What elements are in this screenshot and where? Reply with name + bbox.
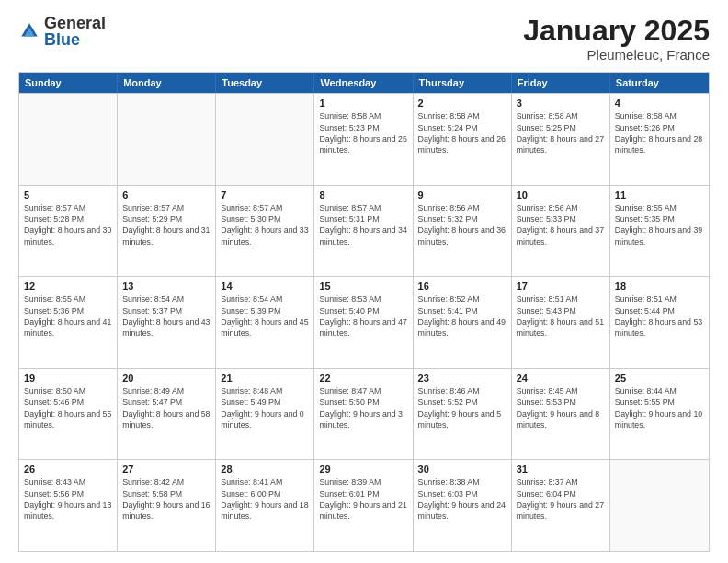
day-cell: 23Sunrise: 8:46 AMSunset: 5:52 PMDayligh… xyxy=(414,369,512,460)
day-cell: 6Sunrise: 8:57 AMSunset: 5:29 PMDaylight… xyxy=(118,186,216,277)
day-number: 12 xyxy=(24,281,112,292)
day-info: Sunrise: 8:48 AMSunset: 5:49 PMDaylight:… xyxy=(221,385,309,431)
logo-general: General xyxy=(44,15,106,31)
day-info: Sunrise: 8:51 AMSunset: 5:44 PMDaylight:… xyxy=(615,293,704,339)
day-header-sunday: Sunday xyxy=(19,73,118,93)
day-number: 4 xyxy=(615,98,704,109)
day-info: Sunrise: 8:52 AMSunset: 5:41 PMDaylight:… xyxy=(418,293,506,339)
day-header-tuesday: Tuesday xyxy=(216,73,314,93)
day-cell: 20Sunrise: 8:49 AMSunset: 5:47 PMDayligh… xyxy=(118,369,216,460)
month-title: January 2025 xyxy=(523,15,710,47)
day-cell: 28Sunrise: 8:41 AMSunset: 6:00 PMDayligh… xyxy=(216,460,314,551)
day-cell: 26Sunrise: 8:43 AMSunset: 5:56 PMDayligh… xyxy=(19,460,118,551)
day-number: 2 xyxy=(418,98,506,109)
day-info: Sunrise: 8:58 AMSunset: 5:25 PMDaylight:… xyxy=(517,110,605,155)
day-info: Sunrise: 8:41 AMSunset: 6:00 PMDaylight:… xyxy=(221,477,309,522)
day-number: 5 xyxy=(24,190,112,201)
day-info: Sunrise: 8:58 AMSunset: 5:23 PMDaylight:… xyxy=(319,110,407,155)
day-cell: 21Sunrise: 8:48 AMSunset: 5:49 PMDayligh… xyxy=(216,369,314,460)
header: General Blue January 2025 Pleumeleuc, Fr… xyxy=(18,15,710,63)
calendar-row: 1Sunrise: 8:58 AMSunset: 5:23 PMDaylight… xyxy=(19,93,709,185)
day-cell: 30Sunrise: 8:38 AMSunset: 6:03 PMDayligh… xyxy=(414,460,512,551)
day-cell: 29Sunrise: 8:39 AMSunset: 6:01 PMDayligh… xyxy=(314,460,413,551)
day-number: 6 xyxy=(122,190,210,201)
calendar-row: 19Sunrise: 8:50 AMSunset: 5:46 PMDayligh… xyxy=(19,368,709,460)
day-number: 19 xyxy=(24,373,112,384)
day-info: Sunrise: 8:57 AMSunset: 5:30 PMDaylight:… xyxy=(221,202,309,247)
day-info: Sunrise: 8:53 AMSunset: 5:40 PMDaylight:… xyxy=(319,293,407,339)
day-number: 17 xyxy=(517,281,605,292)
day-info: Sunrise: 8:58 AMSunset: 5:24 PMDaylight:… xyxy=(418,110,506,155)
day-header-wednesday: Wednesday xyxy=(314,73,413,93)
day-info: Sunrise: 8:45 AMSunset: 5:53 PMDaylight:… xyxy=(517,385,605,431)
day-cell: 16Sunrise: 8:52 AMSunset: 5:41 PMDayligh… xyxy=(414,277,512,368)
day-info: Sunrise: 8:57 AMSunset: 5:28 PMDaylight:… xyxy=(24,202,112,247)
day-info: Sunrise: 8:55 AMSunset: 5:36 PMDaylight:… xyxy=(24,293,112,339)
day-cell: 15Sunrise: 8:53 AMSunset: 5:40 PMDayligh… xyxy=(314,277,413,368)
calendar-row: 12Sunrise: 8:55 AMSunset: 5:36 PMDayligh… xyxy=(19,276,709,368)
day-number: 10 xyxy=(517,190,605,201)
day-cell: 13Sunrise: 8:54 AMSunset: 5:37 PMDayligh… xyxy=(118,277,216,368)
day-number: 14 xyxy=(221,281,309,292)
day-info: Sunrise: 8:58 AMSunset: 5:26 PMDaylight:… xyxy=(615,110,704,155)
day-info: Sunrise: 8:54 AMSunset: 5:37 PMDaylight:… xyxy=(122,293,210,339)
day-info: Sunrise: 8:46 AMSunset: 5:52 PMDaylight:… xyxy=(418,385,506,431)
day-number: 1 xyxy=(319,98,407,109)
day-info: Sunrise: 8:37 AMSunset: 6:04 PMDaylight:… xyxy=(517,477,605,522)
day-header-saturday: Saturday xyxy=(610,73,709,93)
day-info: Sunrise: 8:39 AMSunset: 6:01 PMDaylight:… xyxy=(319,477,407,522)
day-cell: 5Sunrise: 8:57 AMSunset: 5:28 PMDaylight… xyxy=(19,186,118,277)
calendar: SundayMondayTuesdayWednesdayThursdayFrid… xyxy=(18,72,710,552)
day-cell: 31Sunrise: 8:37 AMSunset: 6:04 PMDayligh… xyxy=(512,460,610,551)
day-info: Sunrise: 8:57 AMSunset: 5:31 PMDaylight:… xyxy=(319,202,407,247)
day-cell: 18Sunrise: 8:51 AMSunset: 5:44 PMDayligh… xyxy=(610,277,709,368)
day-info: Sunrise: 8:42 AMSunset: 5:58 PMDaylight:… xyxy=(122,477,210,522)
page: General Blue January 2025 Pleumeleuc, Fr… xyxy=(0,0,728,563)
day-cell: 12Sunrise: 8:55 AMSunset: 5:36 PMDayligh… xyxy=(19,277,118,368)
day-cell: 2Sunrise: 8:58 AMSunset: 5:24 PMDaylight… xyxy=(414,94,512,185)
day-number: 7 xyxy=(221,190,309,201)
logo: General Blue xyxy=(18,15,106,48)
day-cell: 11Sunrise: 8:55 AMSunset: 5:35 PMDayligh… xyxy=(610,186,709,277)
day-cell: 27Sunrise: 8:42 AMSunset: 5:58 PMDayligh… xyxy=(118,460,216,551)
day-cell: 17Sunrise: 8:51 AMSunset: 5:43 PMDayligh… xyxy=(512,277,610,368)
logo-icon xyxy=(18,20,40,42)
title-block: January 2025 Pleumeleuc, France xyxy=(523,15,710,63)
day-number: 9 xyxy=(418,190,506,201)
day-header-monday: Monday xyxy=(118,73,216,93)
day-info: Sunrise: 8:57 AMSunset: 5:29 PMDaylight:… xyxy=(122,202,210,247)
day-number: 20 xyxy=(122,373,210,384)
empty-cell xyxy=(19,94,118,185)
empty-cell xyxy=(216,94,314,185)
day-number: 30 xyxy=(418,464,506,475)
day-info: Sunrise: 8:50 AMSunset: 5:46 PMDaylight:… xyxy=(24,385,112,431)
day-info: Sunrise: 8:56 AMSunset: 5:33 PMDaylight:… xyxy=(517,202,605,247)
day-cell: 14Sunrise: 8:54 AMSunset: 5:39 PMDayligh… xyxy=(216,277,314,368)
empty-cell xyxy=(610,460,709,551)
logo-text: General Blue xyxy=(44,15,106,48)
calendar-row: 5Sunrise: 8:57 AMSunset: 5:28 PMDaylight… xyxy=(19,185,709,277)
day-number: 28 xyxy=(221,464,309,475)
day-info: Sunrise: 8:38 AMSunset: 6:03 PMDaylight:… xyxy=(418,477,506,522)
day-cell: 1Sunrise: 8:58 AMSunset: 5:23 PMDaylight… xyxy=(314,94,413,185)
day-number: 13 xyxy=(122,281,210,292)
day-cell: 24Sunrise: 8:45 AMSunset: 5:53 PMDayligh… xyxy=(512,369,610,460)
day-number: 11 xyxy=(615,190,704,201)
day-cell: 9Sunrise: 8:56 AMSunset: 5:32 PMDaylight… xyxy=(414,186,512,277)
day-info: Sunrise: 8:55 AMSunset: 5:35 PMDaylight:… xyxy=(615,202,704,247)
day-number: 15 xyxy=(319,281,407,292)
day-header-friday: Friday xyxy=(512,73,610,93)
empty-cell xyxy=(118,94,216,185)
calendar-row: 26Sunrise: 8:43 AMSunset: 5:56 PMDayligh… xyxy=(19,459,709,551)
day-number: 29 xyxy=(319,464,407,475)
day-number: 8 xyxy=(319,190,407,201)
day-cell: 3Sunrise: 8:58 AMSunset: 5:25 PMDaylight… xyxy=(512,94,610,185)
day-number: 21 xyxy=(221,373,309,384)
day-cell: 22Sunrise: 8:47 AMSunset: 5:50 PMDayligh… xyxy=(314,369,413,460)
day-number: 27 xyxy=(122,464,210,475)
day-number: 18 xyxy=(615,281,704,292)
day-info: Sunrise: 8:47 AMSunset: 5:50 PMDaylight:… xyxy=(319,385,407,431)
day-number: 31 xyxy=(517,464,605,475)
day-info: Sunrise: 8:43 AMSunset: 5:56 PMDaylight:… xyxy=(24,477,112,522)
location: Pleumeleuc, France xyxy=(523,47,710,63)
